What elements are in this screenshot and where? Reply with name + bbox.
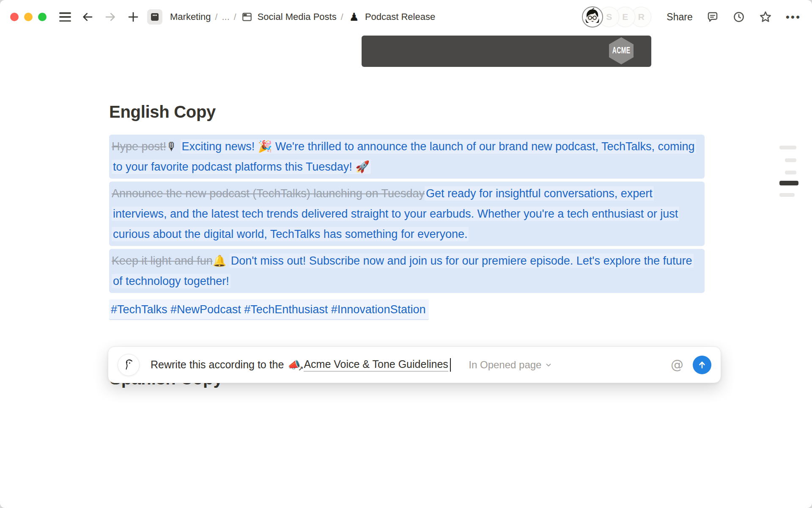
back-button[interactable] xyxy=(81,11,94,23)
board-layout-icon xyxy=(241,11,252,22)
arrow-left-icon xyxy=(81,11,94,23)
more-options-button[interactable]: ••• xyxy=(786,11,801,24)
share-button[interactable]: Share xyxy=(667,11,692,23)
collaborator-avatars[interactable]: S E R xyxy=(582,6,651,28)
scroll-diff-marker xyxy=(779,146,796,149)
new-tab-button[interactable] xyxy=(127,11,140,23)
comments-button[interactable] xyxy=(706,11,719,23)
close-window-button[interactable] xyxy=(10,13,19,21)
toolbar-right: S E R Share xyxy=(582,0,801,34)
toolbar: Marketing / ... / Social Media Posts / ♟… xyxy=(0,0,812,34)
window-controls xyxy=(10,13,47,21)
scroll-diff-marker xyxy=(785,158,796,162)
page-link-mention[interactable]: 📣↗ Acme Voice & Tone Guidelines xyxy=(288,358,448,372)
scope-label: In Opened page xyxy=(469,359,541,371)
minimize-window-button[interactable] xyxy=(24,13,33,21)
scroll-diff-marker xyxy=(779,193,795,197)
diff-text-block[interactable]: Keep it light and fun🔔 Don't miss out! S… xyxy=(109,249,705,293)
content-blocks: Hype post!🎙 Exciting news! 🎉 We're thril… xyxy=(109,135,705,320)
acme-logo: ACME xyxy=(609,37,634,64)
deleted-text: Keep it light and fun xyxy=(112,254,213,267)
scope-dropdown[interactable]: In Opened page xyxy=(469,359,552,371)
breadcrumb-item-social-media-posts[interactable]: Social Media Posts xyxy=(255,11,339,23)
acme-logo-text: ACME xyxy=(612,46,631,56)
breadcrumb-separator: / xyxy=(341,12,343,22)
scroll-diff-marker-active xyxy=(779,181,798,185)
avatar-illustration xyxy=(583,7,602,26)
teamspace-icon[interactable] xyxy=(147,9,162,25)
forward-button[interactable] xyxy=(104,11,117,23)
active-user-avatar[interactable] xyxy=(582,6,603,28)
page-pawn-emoji-icon: ♟ xyxy=(349,11,359,23)
deleted-text: Announce the new podcast (TechTalks) lau… xyxy=(112,187,425,200)
link-arrow-icon: ↗ xyxy=(298,365,304,373)
bell-emoji: 🔔 xyxy=(213,254,226,267)
megaphone-emoji-icon: 📣↗ xyxy=(288,359,300,371)
breadcrumb-collapsed-items[interactable]: ... xyxy=(219,11,232,23)
notion-window: Marketing / ... / Social Media Posts / ♟… xyxy=(0,0,812,508)
arrow-right-icon xyxy=(104,11,117,23)
mention-button[interactable]: @ xyxy=(671,357,683,372)
ai-prompt-input[interactable]: Rewrite this according to the 📣↗ Acme Vo… xyxy=(151,358,451,372)
history-button[interactable] xyxy=(732,11,745,23)
comment-icon xyxy=(706,11,719,23)
ai-prompt-bar[interactable]: Rewrite this according to the 📣↗ Acme Vo… xyxy=(108,346,721,383)
breadcrumb-separator: / xyxy=(234,12,236,22)
prompt-text: Rewrite this according to the xyxy=(151,359,284,371)
notion-ai-face-icon xyxy=(118,354,140,376)
send-button[interactable] xyxy=(693,356,711,374)
page-cover-image[interactable]: ACME xyxy=(362,36,651,67)
star-icon xyxy=(759,10,772,24)
inserted-text: Exciting news! 🎉 We're thrilled to annou… xyxy=(112,139,696,174)
breadcrumb: Marketing / ... / Social Media Posts / ♟… xyxy=(167,11,438,23)
scroll-diff-marker xyxy=(785,171,796,174)
storage-box-icon xyxy=(150,12,159,22)
diff-text-block[interactable]: Hype post!🎙 Exciting news! 🎉 We're thril… xyxy=(109,135,705,179)
deleted-text: Hype post! xyxy=(112,140,166,153)
diff-text-block[interactable]: Announce the new podcast (TechTalks) lau… xyxy=(109,182,705,246)
plus-icon xyxy=(127,11,140,23)
clock-icon xyxy=(732,11,745,23)
arrow-up-icon xyxy=(697,360,707,370)
zoom-window-button[interactable] xyxy=(38,13,47,21)
breadcrumb-item-podcast-release[interactable]: Podcast Release xyxy=(362,11,438,23)
favorite-button[interactable] xyxy=(759,10,772,24)
text-cursor xyxy=(450,358,451,372)
sidebar-toggle-icon[interactable] xyxy=(59,12,71,22)
heading-english-copy[interactable]: English Copy xyxy=(109,102,216,121)
link-mention-text: Acme Voice & Tone Guidelines xyxy=(304,358,448,372)
microphone-emoji: 🎙 xyxy=(166,140,177,153)
breadcrumb-item-marketing[interactable]: Marketing xyxy=(167,11,214,23)
hashtags-block[interactable]: #TechTalks #NewPodcast #TechEnthusiast #… xyxy=(109,299,429,320)
breadcrumb-separator: / xyxy=(215,12,218,22)
chevron-down-icon xyxy=(545,361,552,369)
